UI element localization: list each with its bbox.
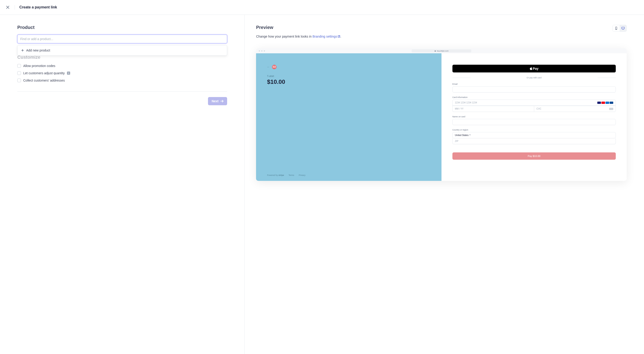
window-dot bbox=[261, 50, 262, 52]
close-button[interactable] bbox=[4, 4, 11, 10]
merchant-logo: NEONPASS bbox=[272, 65, 276, 69]
card-number-input: 1234 1234 1234 1234 bbox=[452, 100, 616, 106]
checkout-summary: ← NEONPASS T-shirt $10.00 Powered by str… bbox=[256, 53, 441, 181]
email-label: Email bbox=[452, 83, 616, 85]
add-new-product-label: Add new product bbox=[26, 48, 50, 52]
zip-input: ZIP bbox=[452, 138, 616, 144]
product-dropdown: Add new product bbox=[17, 45, 227, 56]
quantity-label: Let customers adjust quantity bbox=[23, 71, 65, 75]
powered-by: Powered by stripe bbox=[267, 174, 284, 176]
product-search-input[interactable] bbox=[17, 35, 227, 43]
promo-checkbox[interactable] bbox=[17, 64, 21, 68]
apple-pay-button: Pay bbox=[452, 65, 616, 72]
pay-button: Pay $10.00 bbox=[452, 152, 616, 160]
email-input bbox=[452, 86, 616, 92]
svg-rect-2 bbox=[622, 27, 624, 29]
page-title: Create a payment link bbox=[19, 5, 57, 9]
expiry-input: MM / YY bbox=[452, 106, 534, 112]
mastercard-icon bbox=[602, 102, 605, 104]
divider bbox=[17, 91, 227, 92]
window-dot bbox=[259, 50, 260, 52]
or-divider: Or pay with card bbox=[452, 76, 616, 79]
cvc-input: CVC bbox=[534, 106, 616, 112]
country-select: United States bbox=[452, 132, 616, 138]
preview-heading: Preview bbox=[256, 25, 341, 30]
amex-icon bbox=[606, 102, 609, 104]
product-heading: Product bbox=[17, 25, 227, 30]
quantity-checkbox[interactable] bbox=[17, 71, 21, 75]
branding-settings-link[interactable]: Branding settings bbox=[312, 35, 340, 38]
jcb-icon bbox=[610, 102, 613, 104]
device-toggle bbox=[612, 25, 627, 32]
name-input bbox=[452, 119, 616, 125]
privacy-link: Privacy bbox=[299, 174, 306, 176]
name-label: Name on card bbox=[452, 116, 616, 118]
next-button[interactable]: Next bbox=[208, 97, 227, 105]
terms-link: Terms bbox=[289, 174, 294, 176]
next-label: Next bbox=[212, 99, 218, 103]
addresses-checkbox[interactable] bbox=[17, 78, 21, 82]
preview-product-name: T-shirt bbox=[267, 75, 430, 78]
info-icon[interactable]: i bbox=[67, 72, 70, 75]
svg-point-1 bbox=[616, 29, 616, 30]
checkout-form: Pay Or pay with card Email Card informat… bbox=[442, 53, 627, 181]
cvc-icon bbox=[609, 108, 613, 110]
desktop-view-button[interactable] bbox=[620, 25, 626, 32]
mobile-view-button[interactable] bbox=[613, 25, 620, 32]
browser-chrome: buy.stripe.com bbox=[256, 48, 627, 53]
card-label: Card information bbox=[452, 96, 616, 98]
preview-description: Change how your payment link looks in Br… bbox=[256, 35, 341, 38]
back-arrow-icon: ← bbox=[267, 66, 270, 68]
promo-label: Allow promotion codes bbox=[23, 64, 55, 68]
preview-card: buy.stripe.com ← NEONPASS T-shirt $10.00… bbox=[256, 48, 627, 181]
window-dot bbox=[264, 50, 265, 52]
add-new-product-option[interactable]: Add new product bbox=[19, 47, 226, 54]
url-bar: buy.stripe.com bbox=[412, 50, 471, 52]
country-label: Country or region bbox=[452, 129, 616, 131]
visa-icon bbox=[597, 102, 601, 104]
preview-product-price: $10.00 bbox=[267, 78, 430, 86]
divider bbox=[14, 5, 15, 10]
addresses-label: Collect customers' addresses bbox=[23, 78, 65, 82]
